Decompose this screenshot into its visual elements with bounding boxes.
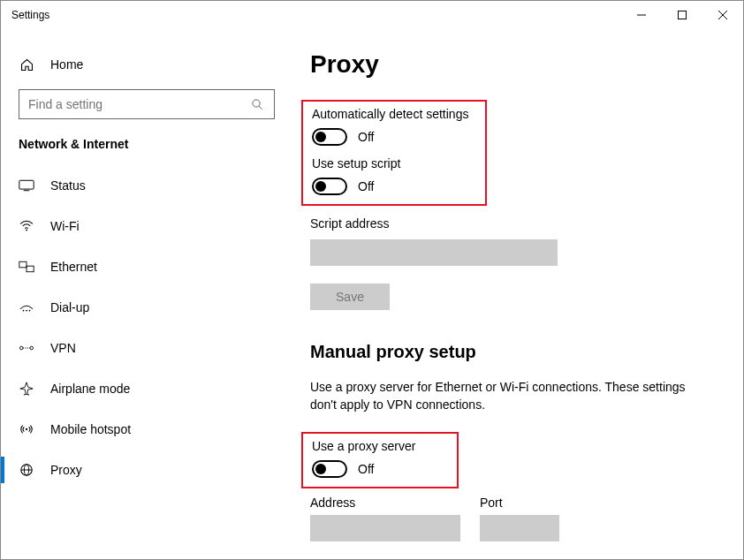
sidebar-item-label: Status — [50, 178, 86, 193]
settings-window: Settings Home — [0, 0, 744, 560]
svg-point-12 — [26, 310, 27, 312]
sidebar-item-ethernet[interactable]: Ethernet — [1, 246, 292, 287]
main-panel: Proxy Automatically detect settings Off … — [292, 29, 743, 559]
sidebar-item-proxy[interactable]: Proxy — [1, 450, 292, 490]
port-column: Port — [480, 496, 559, 541]
setup-script-toggle-row: Off — [312, 178, 476, 195]
auto-detect-toggle-row: Off — [312, 128, 476, 146]
auto-detect-label: Automatically detect settings — [312, 107, 476, 121]
content-area: Home Network & Internet Status — [1, 29, 743, 559]
toggle-knob-icon — [315, 464, 326, 474]
proxy-server-toggle[interactable] — [312, 460, 347, 478]
sidebar-item-dialup[interactable]: Dial-up — [1, 287, 292, 328]
setup-script-state: Off — [358, 179, 374, 193]
svg-line-5 — [259, 106, 262, 110]
svg-point-14 — [19, 346, 23, 350]
proxy-server-state: Off — [358, 462, 374, 476]
sidebar-item-home[interactable]: Home — [1, 47, 292, 82]
address-port-row: Address Port — [310, 496, 715, 541]
wifi-icon — [19, 220, 34, 232]
sidebar: Home Network & Internet Status — [1, 29, 292, 559]
sidebar-item-airplane[interactable]: Airplane mode — [1, 368, 292, 409]
search-input[interactable] — [28, 97, 242, 111]
sidebar-item-label: Ethernet — [50, 260, 97, 274]
status-icon — [19, 179, 34, 192]
address-column: Address — [310, 496, 460, 541]
auto-detect-state: Off — [358, 130, 374, 144]
sidebar-item-hotspot[interactable]: Mobile hotspot — [1, 409, 292, 450]
sidebar-item-label: Wi-Fi — [50, 219, 80, 233]
titlebar: Settings — [1, 1, 743, 29]
svg-rect-6 — [19, 180, 34, 189]
address-label: Address — [310, 496, 460, 510]
svg-point-15 — [30, 346, 34, 350]
close-button[interactable] — [702, 1, 743, 29]
sidebar-category: Network & Internet — [1, 132, 292, 165]
home-label: Home — [50, 57, 83, 72]
page-title: Proxy — [310, 50, 715, 79]
svg-point-13 — [29, 310, 31, 312]
proxy-server-toggle-row: Off — [312, 460, 448, 478]
port-input[interactable] — [480, 515, 559, 541]
sidebar-item-label: Airplane mode — [50, 382, 130, 396]
address-input[interactable] — [310, 515, 460, 541]
setup-script-toggle[interactable] — [312, 178, 347, 195]
search-icon — [249, 98, 265, 111]
svg-point-17 — [26, 428, 27, 430]
svg-rect-10 — [27, 266, 34, 272]
ethernet-icon — [19, 261, 34, 273]
toggle-knob-icon — [315, 132, 326, 142]
manual-section-title: Manual proxy setup — [310, 342, 715, 362]
sidebar-item-label: Mobile hotspot — [50, 422, 131, 436]
search-box[interactable] — [19, 89, 275, 119]
hotspot-icon — [19, 422, 34, 436]
svg-rect-1 — [679, 11, 687, 19]
svg-rect-9 — [19, 261, 27, 268]
sidebar-item-vpn[interactable]: VPN — [1, 328, 292, 368]
sidebar-item-label: VPN — [50, 341, 76, 355]
sidebar-item-label: Proxy — [50, 463, 82, 477]
svg-point-8 — [26, 230, 27, 231]
search-row — [19, 89, 275, 119]
port-label: Port — [480, 496, 559, 510]
save-button[interactable]: Save — [310, 284, 390, 310]
manual-description: Use a proxy server for Ethernet or Wi-Fi… — [310, 378, 699, 414]
sidebar-item-wifi[interactable]: Wi-Fi — [1, 206, 292, 246]
window-title: Settings — [11, 9, 49, 21]
sidebar-item-label: Dial-up — [50, 300, 89, 314]
script-address-input[interactable] — [310, 239, 558, 266]
auto-detect-toggle[interactable] — [312, 128, 347, 146]
setup-script-label: Use setup script — [312, 156, 476, 170]
svg-point-4 — [252, 99, 259, 106]
highlight-box-proxy: Use a proxy server Off — [301, 432, 459, 488]
maximize-button[interactable] — [662, 1, 702, 29]
dialup-icon — [19, 301, 34, 314]
proxy-icon — [19, 463, 34, 477]
minimize-button[interactable] — [621, 1, 662, 29]
close-icon — [718, 11, 727, 19]
script-address-label: Script address — [310, 216, 715, 231]
sidebar-item-status[interactable]: Status — [1, 165, 292, 206]
highlight-box-auto: Automatically detect settings Off Use se… — [301, 100, 487, 206]
nav-list: Status Wi-Fi Ethernet — [1, 165, 292, 490]
maximize-icon — [678, 11, 687, 19]
vpn-icon — [19, 342, 34, 354]
toggle-knob-icon — [315, 181, 326, 192]
minimize-icon — [637, 11, 646, 19]
airplane-icon — [19, 382, 34, 396]
proxy-server-label: Use a proxy server — [312, 439, 448, 453]
svg-point-11 — [23, 310, 25, 312]
home-icon — [19, 57, 34, 72]
